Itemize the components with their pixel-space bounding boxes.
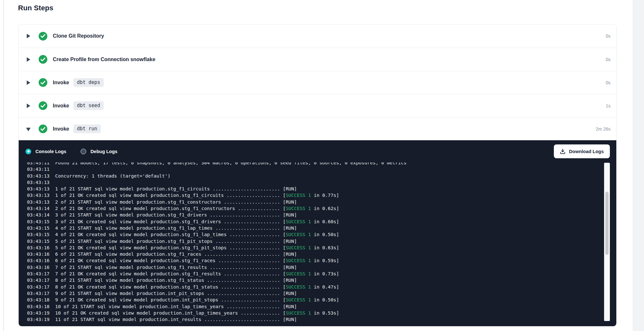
log-line: 03:43:14 2 of 21 OK created sql view mod… xyxy=(27,205,616,212)
log-line: 03:43:17 9 of 21 START sql view model pr… xyxy=(27,290,616,297)
log-line: 03:43:17 8 of 21 OK created sql view mod… xyxy=(27,284,616,290)
step-row-invoke-dbt-seed[interactable]: Invoke dbt seed 1s xyxy=(19,94,616,117)
chevron-right-icon[interactable] xyxy=(27,103,31,108)
log-line: 03:43:16 7 of 21 START sql view model pr… xyxy=(27,264,616,271)
step-label: Invoke xyxy=(53,126,69,132)
log-line: 03:43:13 xyxy=(27,179,616,186)
run-steps-page: Run Steps Clone Git Repository 0s Create… xyxy=(0,0,644,331)
chevron-right-icon[interactable] xyxy=(27,80,31,85)
log-line: 03:43:14 3 of 21 START sql view model pr… xyxy=(27,212,616,218)
step-duration: 1s xyxy=(606,103,611,108)
success-check-icon xyxy=(39,124,47,133)
radio-selected-icon[interactable] xyxy=(25,149,31,154)
step-label: Clone Git Repository xyxy=(53,33,104,39)
log-line: 03:43:19 10 of 21 OK created sql view mo… xyxy=(27,310,616,316)
log-line: 03:43:18 9 of 21 OK created sql view mod… xyxy=(27,297,616,303)
chevron-down-icon[interactable] xyxy=(27,126,31,132)
step-row-invoke-dbt-deps[interactable]: Invoke dbt deps 0s xyxy=(19,71,616,94)
console-scrollbar[interactable] xyxy=(604,163,610,321)
step-duration: 0s xyxy=(606,80,611,85)
download-icon xyxy=(560,149,565,154)
debug-logs-radio[interactable]: Debug Logs xyxy=(80,149,118,154)
download-logs-button[interactable]: Download Logs xyxy=(554,144,610,158)
success-check-icon xyxy=(39,101,47,110)
run-steps-card: Clone Git Repository 0s Create Profile f… xyxy=(18,24,617,326)
console-logs-radio[interactable]: Console Logs xyxy=(25,149,66,154)
log-line: 03:43:16 6 of 21 OK created sql view mod… xyxy=(27,257,616,264)
log-content: 03:43:11 Found 21 models, 17 tests, 0 sn… xyxy=(19,162,616,323)
download-button-label: Download Logs xyxy=(569,149,604,154)
command-chip: dbt run xyxy=(73,124,101,133)
log-line: 03:43:13 Concurrency: 1 threads (target=… xyxy=(27,173,616,179)
success-check-icon xyxy=(39,55,47,64)
radio-label: Console Logs xyxy=(35,149,66,154)
step-duration: 2m 26s xyxy=(596,126,611,132)
console-toolbar: Console Logs Debug Logs Download Logs xyxy=(19,140,616,162)
log-line: 03:43:15 4 of 21 START sql view model pr… xyxy=(27,225,616,231)
log-line: 03:43:16 5 of 21 OK created sql view mod… xyxy=(27,244,616,251)
log-line: 03:43:13 1 of 21 OK created sql view mod… xyxy=(27,192,616,198)
step-row-create-profile[interactable]: Create Profile from Connection snowflake… xyxy=(19,48,616,71)
log-line: 03:43:13 1 of 21 START sql view model pr… xyxy=(27,186,616,192)
log-line: 03:43:15 5 of 21 START sql view model pr… xyxy=(27,238,616,244)
log-line: 03:43:16 6 of 21 START sql view model pr… xyxy=(27,251,616,257)
command-chip: dbt deps xyxy=(73,78,104,87)
chevron-right-icon[interactable] xyxy=(27,33,31,39)
step-row-invoke-dbt-run[interactable]: Invoke dbt run 2m 26s xyxy=(19,117,616,140)
radio-label: Debug Logs xyxy=(90,149,118,154)
log-line: 03:43:13 2 of 21 START sql view model pr… xyxy=(27,199,616,205)
success-check-icon xyxy=(39,78,47,87)
page-title: Run Steps xyxy=(18,4,53,12)
chevron-right-icon[interactable] xyxy=(27,57,31,62)
console-scrollbar-thumb[interactable] xyxy=(605,192,609,255)
right-gutter xyxy=(633,0,644,331)
log-line: 03:43:15 3 of 21 OK created sql view mod… xyxy=(27,218,616,225)
log-line: 03:43:11 xyxy=(27,166,616,172)
log-line: 03:43:17 7 of 21 OK created sql view mod… xyxy=(27,271,616,277)
log-line: 03:43:17 8 of 21 START sql view model pr… xyxy=(27,277,616,283)
log-line: 03:43:18 10 of 21 START sql view model p… xyxy=(27,303,616,310)
success-check-icon xyxy=(39,32,47,41)
log-line: 03:43:15 4 of 21 OK created sql view mod… xyxy=(27,231,616,238)
step-label: Invoke xyxy=(53,80,69,86)
console-log-output[interactable]: 03:43:11 Found 21 models, 17 tests, 0 sn… xyxy=(19,162,616,326)
command-chip: dbt seed xyxy=(73,101,104,110)
step-label: Create Profile from Connection snowflake xyxy=(53,57,155,62)
step-row-clone-git-repository[interactable]: Clone Git Repository 0s xyxy=(19,24,616,48)
console-panel: Console Logs Debug Logs Download Logs 03… xyxy=(19,140,616,326)
radio-unselected-icon[interactable] xyxy=(80,149,86,154)
log-line: 03:43:11 Found 21 models, 17 tests, 0 sn… xyxy=(27,162,616,166)
step-label: Invoke xyxy=(53,103,69,109)
log-line: 03:43:19 11 of 21 START sql view model p… xyxy=(27,316,616,323)
step-duration: 0s xyxy=(606,33,611,39)
left-divider xyxy=(3,0,4,331)
step-duration: 0s xyxy=(606,57,611,62)
